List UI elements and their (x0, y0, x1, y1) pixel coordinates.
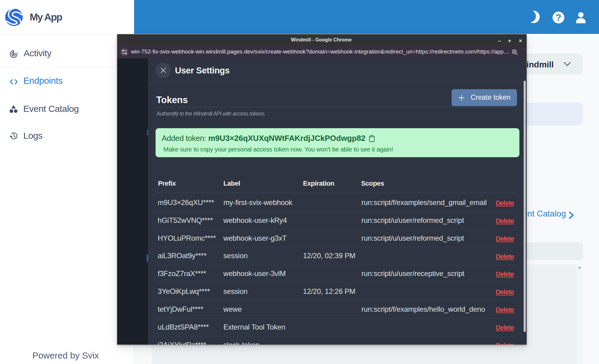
svg-text:?: ? (556, 12, 561, 23)
